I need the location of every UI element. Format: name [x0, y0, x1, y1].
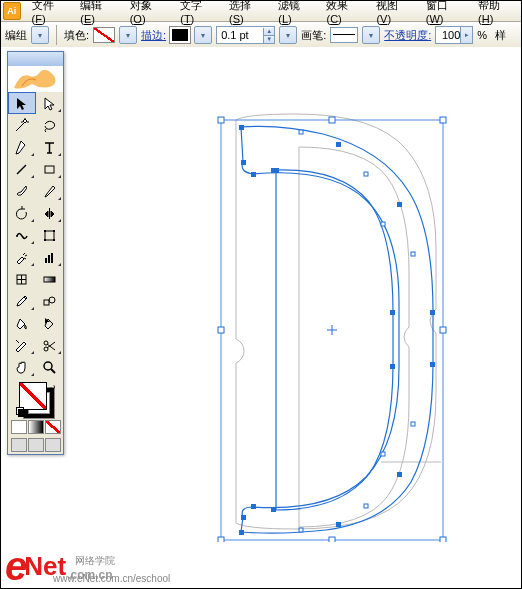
svg-rect-46 — [48, 255, 50, 263]
slice-tool[interactable] — [8, 334, 36, 356]
fill-stroke-indicator[interactable]: ⤾ — [16, 382, 56, 418]
screen-mode-normal-icon[interactable] — [11, 438, 27, 452]
svg-rect-28 — [411, 252, 415, 256]
fill-label: 填色: — [64, 28, 89, 43]
stroke-weight-up-icon[interactable]: ▲ — [263, 28, 274, 36]
canvas[interactable]: e Net .com.cn 网络学院 www.eNet.com.cn/escho… — [1, 47, 521, 588]
menu-t[interactable]: 文字(T) — [173, 0, 222, 27]
artwork-selection[interactable] — [181, 112, 461, 542]
selection-mode-label: 编组 — [5, 28, 27, 43]
live-paint-bucket-tool[interactable] — [8, 312, 36, 334]
none-mode-icon[interactable] — [45, 420, 61, 434]
svg-rect-19 — [390, 364, 395, 369]
toolbox-titlebar[interactable] — [8, 52, 63, 66]
opacity-label[interactable]: 不透明度: — [384, 28, 431, 43]
stroke-weight-down-icon[interactable]: ▼ — [263, 36, 274, 43]
color-mode-icon[interactable] — [11, 420, 27, 434]
svg-rect-3 — [329, 117, 335, 123]
gradient-mode-icon[interactable] — [28, 420, 44, 434]
fill-dropdown-icon[interactable]: ▾ — [119, 26, 137, 44]
menu-e[interactable]: 编辑(E) — [73, 0, 122, 27]
stroke-dropdown-icon[interactable]: ▾ — [194, 26, 212, 44]
svg-line-54 — [16, 340, 19, 343]
brush-dropdown-icon[interactable]: ▾ — [362, 26, 380, 44]
reflect-tool[interactable] — [36, 202, 64, 224]
fill-box-icon[interactable] — [19, 382, 47, 410]
stroke-weight-dropdown-icon[interactable]: ▾ — [279, 26, 297, 44]
live-paint-selection-tool[interactable] — [36, 312, 64, 334]
fill-swatch[interactable] — [93, 27, 115, 43]
type-tool[interactable] — [36, 136, 64, 158]
menu-c[interactable]: 效果(C) — [319, 0, 369, 27]
gradient-tool[interactable] — [36, 268, 64, 290]
svg-rect-2 — [218, 117, 224, 123]
zoom-tool[interactable] — [36, 356, 64, 378]
mode-dropdown-icon[interactable]: ▾ — [31, 26, 49, 44]
svg-rect-29 — [411, 422, 415, 426]
menu-l[interactable]: 滤镜(L) — [271, 0, 319, 27]
svg-rect-8 — [329, 537, 335, 542]
svg-point-39 — [16, 235, 18, 237]
tool-grid — [8, 92, 63, 378]
selection-tool[interactable] — [8, 92, 36, 114]
opacity-field[interactable]: ▸ — [435, 26, 473, 44]
svg-rect-34 — [381, 452, 385, 456]
default-fill-stroke-icon[interactable] — [16, 407, 26, 417]
blend-tool[interactable] — [36, 290, 64, 312]
menu-f[interactable]: 文件(F) — [25, 0, 74, 27]
direct-selection-tool[interactable] — [36, 92, 64, 114]
svg-rect-6 — [440, 327, 446, 333]
svg-rect-26 — [251, 504, 256, 509]
svg-point-59 — [44, 362, 52, 370]
mesh-tool[interactable] — [8, 268, 36, 290]
stroke-weight-input[interactable] — [217, 29, 263, 41]
svg-rect-42 — [53, 230, 55, 232]
svg-rect-23 — [241, 515, 246, 520]
rotate-tool[interactable] — [8, 202, 36, 224]
magic-wand-tool[interactable] — [8, 114, 36, 136]
svg-rect-40 — [45, 231, 54, 240]
menu-s[interactable]: 选择(S) — [222, 0, 271, 27]
line-segment-tool[interactable] — [8, 158, 36, 180]
symbol-sprayer-tool[interactable] — [8, 246, 36, 268]
svg-rect-22 — [271, 507, 276, 512]
watermark: e Net .com.cn 网络学院 www.eNet.com.cn/escho… — [5, 550, 113, 582]
svg-rect-41 — [44, 230, 46, 232]
svg-point-53 — [49, 297, 55, 303]
svg-rect-43 — [44, 239, 46, 241]
paintbrush-tool[interactable] — [8, 180, 36, 202]
menu-bar: Ai 文件(F)编辑(E)对象(O)文字(T)选择(S)滤镜(L)效果(C)视图… — [1, 1, 521, 22]
hand-tool[interactable] — [8, 356, 36, 378]
svg-line-37 — [17, 165, 26, 174]
menu-o[interactable]: 对象(O) — [123, 0, 174, 27]
opacity-percent: % — [477, 29, 487, 41]
stroke-weight-field[interactable]: ▲ ▼ — [216, 26, 275, 44]
warp-tool[interactable] — [8, 224, 36, 246]
svg-rect-15 — [397, 202, 402, 207]
column-graph-tool[interactable] — [36, 246, 64, 268]
screen-mode-full-icon[interactable] — [45, 438, 61, 452]
eyedropper-tool[interactable] — [8, 290, 36, 312]
menu-w[interactable]: 窗口(W) — [419, 0, 471, 27]
menu-v[interactable]: 视图(V) — [369, 0, 418, 27]
scissors-tool[interactable] — [36, 334, 64, 356]
toolbox-panel: ⤾ — [7, 51, 64, 455]
svg-rect-31 — [299, 130, 303, 134]
lasso-tool[interactable] — [36, 114, 64, 136]
opacity-dropdown-icon[interactable]: ▸ — [460, 27, 472, 43]
svg-rect-33 — [381, 222, 385, 226]
menu-h[interactable]: 帮助(H) — [471, 0, 521, 27]
pencil-tool[interactable] — [36, 180, 64, 202]
swap-fill-stroke-icon[interactable]: ⤾ — [48, 382, 56, 393]
opacity-input[interactable] — [436, 29, 460, 41]
svg-rect-16 — [430, 310, 435, 315]
screen-mode-full-menu-icon[interactable] — [28, 438, 44, 452]
stroke-swatch[interactable] — [170, 27, 190, 43]
free-transform-tool[interactable] — [36, 224, 64, 246]
stroke-label[interactable]: 描边: — [141, 28, 166, 43]
rectangle-tool[interactable] — [36, 158, 64, 180]
brush-swatch[interactable] — [330, 27, 358, 43]
svg-rect-32 — [299, 528, 303, 532]
wm-url: www.eNet.com.cn/eschool — [53, 573, 170, 584]
pen-tool[interactable] — [8, 136, 36, 158]
